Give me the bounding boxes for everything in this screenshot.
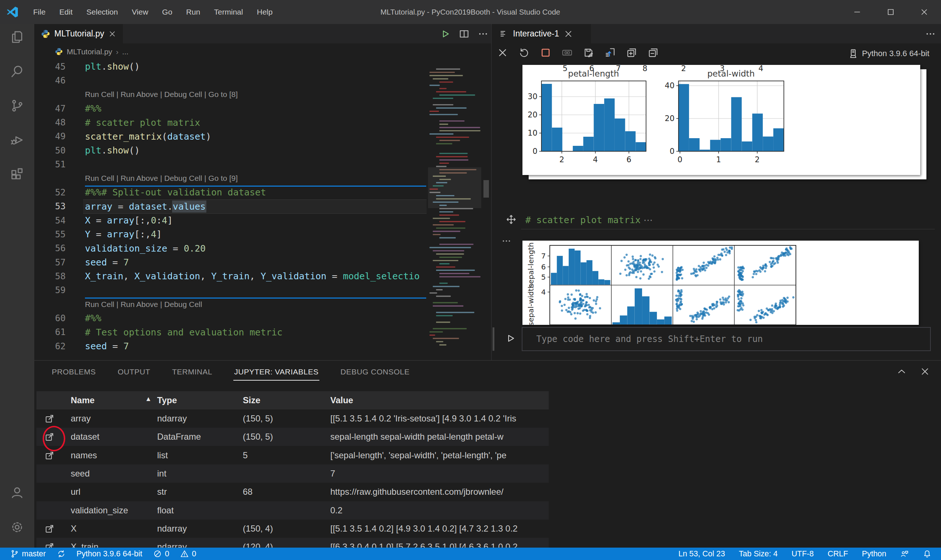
panel-tab-output[interactable]: OUTPUT xyxy=(117,362,151,382)
col-value[interactable]: Value xyxy=(330,395,546,405)
code-line-46[interactable]: 46 xyxy=(34,74,492,88)
col-name[interactable]: Name xyxy=(71,395,94,405)
chevron-up-icon[interactable] xyxy=(896,366,907,377)
split-editor-icon[interactable] xyxy=(459,28,470,39)
run-prompt-icon[interactable] xyxy=(505,333,516,344)
expand-all-icon[interactable] xyxy=(626,47,637,58)
tab-interactive-1[interactable]: Interactive-1 xyxy=(492,24,591,43)
cell-more-icon[interactable] xyxy=(501,236,512,246)
interactive-cell-header[interactable]: # scatter plot matrix ⋯ xyxy=(525,215,653,225)
status-master[interactable]: master xyxy=(10,549,46,558)
drag-cell-icon[interactable] xyxy=(506,214,517,225)
close-icon[interactable] xyxy=(108,30,116,38)
menu-file[interactable]: File xyxy=(26,8,52,16)
code-input[interactable]: Type code here and press Shift+Enter to … xyxy=(522,327,931,351)
restart-icon[interactable] xyxy=(518,47,530,58)
panel-tab-problems[interactable]: PROBLEMS xyxy=(51,362,97,382)
panel-tab-terminal[interactable]: TERMINAL xyxy=(171,362,213,382)
variable-row-url[interactable]: urlstr68https://raw.githubusercontent.co… xyxy=(37,483,549,501)
variable-row-seed[interactable]: seedint7 xyxy=(37,465,549,483)
code-line-55[interactable]: 55Y = array[:,4] xyxy=(34,227,492,242)
code-line-52[interactable]: 52#%%# Split-out validation dataset xyxy=(34,185,492,199)
menu-selection[interactable]: Selection xyxy=(80,8,125,16)
code-line-58[interactable]: 58X_train, X_validation, Y_train, Y_vali… xyxy=(34,269,492,283)
variable-row-X_train[interactable]: X_trainndarray(120, 4)[[6.3 3.0 4.0 1.0]… xyxy=(37,538,549,548)
codelens-row[interactable]: Run Cell | Run Above | Debug Cell | Go t… xyxy=(34,171,492,186)
status-utf-8[interactable]: UTF-8 xyxy=(792,549,814,558)
menu-view[interactable]: View xyxy=(125,8,155,16)
status-sync[interactable] xyxy=(57,549,66,558)
code-line-49[interactable]: 49scatter_matrix(dataset) xyxy=(34,129,492,144)
codelens-row[interactable]: Run Cell | Run Above | Debug Cell | Go t… xyxy=(34,88,492,102)
status-0[interactable]: 0 xyxy=(180,549,196,558)
code-line-54[interactable]: 54X = array[:,0:4] xyxy=(34,213,492,228)
editor-scrollbar[interactable] xyxy=(483,180,489,198)
code-line-48[interactable]: 48# scatter plot matrix xyxy=(34,115,492,130)
breadcrumb-more[interactable]: ... xyxy=(122,48,129,56)
status-python[interactable]: Python xyxy=(862,549,886,558)
save-icon[interactable] xyxy=(583,47,594,58)
export-script-icon[interactable] xyxy=(604,47,616,58)
code-line-50[interactable]: 50plt.show() xyxy=(34,143,492,157)
variables-header[interactable]: Name ▲ Type Size Value xyxy=(37,391,549,409)
more-icon[interactable] xyxy=(478,28,489,39)
activity-account-icon[interactable] xyxy=(10,485,25,500)
status-bell[interactable] xyxy=(923,549,932,558)
collapsed-ellipsis[interactable]: ⋯ xyxy=(644,215,653,225)
activity-source-control-icon[interactable] xyxy=(10,98,25,113)
variable-row-validation_size[interactable]: validation_sizefloat0.2 xyxy=(37,501,549,520)
menu-go[interactable]: Go xyxy=(155,8,179,16)
interactive-scrollbar[interactable] xyxy=(492,328,494,351)
panel-tab-jupyter-variables[interactable]: JUPYTER: VARIABLES xyxy=(233,362,319,382)
status-ln-53-col-23[interactable]: Ln 53, Col 23 xyxy=(678,549,725,558)
code-line-51[interactable]: 51 xyxy=(34,157,492,172)
open-viewer-icon[interactable] xyxy=(45,542,55,548)
code-line-53[interactable]: 53array = dataset.values xyxy=(34,199,492,214)
breadcrumb-file[interactable]: MLTutorial.py xyxy=(67,48,112,56)
menu-edit[interactable]: Edit xyxy=(52,8,80,16)
code-line-45[interactable]: 45plt.show() xyxy=(34,60,492,74)
activity-settings-icon[interactable] xyxy=(10,520,25,534)
collapse-all-icon[interactable] xyxy=(647,47,659,58)
close-icon[interactable] xyxy=(564,29,573,38)
variable-row-X[interactable]: Xndarray(150, 4)[[5.1 3.5 1.4 0.2] [4.9 … xyxy=(37,520,549,538)
col-type[interactable]: Type xyxy=(157,395,177,405)
kernel-status[interactable]: Python 3.9.6 64-bit xyxy=(848,48,929,59)
status-crlf[interactable]: CRLF xyxy=(827,549,848,558)
interrupt-icon[interactable] xyxy=(540,47,551,58)
variable-row-dataset[interactable]: datasetDataFrame(150, 5)sepal-length sep… xyxy=(37,428,549,446)
status-python-3-9-6-64-bit[interactable]: Python 3.9.6 64-bit xyxy=(77,549,142,558)
variable-row-array[interactable]: arrayndarray(150, 5)[[5.1 3.5 1.4 0.2 'I… xyxy=(37,409,549,428)
more-actions-icon[interactable] xyxy=(925,28,936,39)
code-line-61[interactable]: 61# Test options and evaluation metric xyxy=(34,325,492,339)
activity-explorer-icon[interactable] xyxy=(10,30,25,45)
activity-run-debug-icon[interactable] xyxy=(10,133,25,147)
open-viewer-icon[interactable] xyxy=(45,523,55,534)
code-line-57[interactable]: 57seed = 7 xyxy=(34,255,492,269)
col-size[interactable]: Size xyxy=(243,395,260,405)
tab-mltutorial[interactable]: MLTutorial.py xyxy=(34,24,123,43)
close-icon[interactable] xyxy=(920,366,930,377)
code-line-60[interactable]: 60#%% xyxy=(34,311,492,325)
status-feedback[interactable] xyxy=(900,549,909,558)
open-viewer-icon[interactable] xyxy=(45,450,55,460)
code-line-56[interactable]: 56validation_size = 0.20 xyxy=(34,242,492,255)
clear-icon[interactable] xyxy=(497,47,508,58)
minimize-button[interactable] xyxy=(840,0,874,24)
variable-row-names[interactable]: nameslist5['sepal-length', 'sepal-width'… xyxy=(37,446,549,465)
menu-run[interactable]: Run xyxy=(179,8,208,16)
maximize-button[interactable] xyxy=(874,0,907,24)
status-0[interactable]: 0 xyxy=(153,549,169,558)
run-icon[interactable] xyxy=(440,28,451,39)
codelens-row[interactable]: Run Cell | Run Above | Debug Cell xyxy=(34,297,492,311)
close-button[interactable] xyxy=(907,0,941,24)
code-line-59[interactable]: 59 xyxy=(34,283,492,297)
activity-extensions-icon[interactable] xyxy=(10,167,25,182)
code-line-62[interactable]: 62seed = 7 xyxy=(34,339,492,353)
variables-icon[interactable] xyxy=(561,47,573,58)
status-tab-size-4[interactable]: Tab Size: 4 xyxy=(739,549,778,558)
minimap[interactable] xyxy=(428,60,481,351)
breadcrumb[interactable]: MLTutorial.py › ... xyxy=(34,43,492,60)
open-viewer-icon[interactable] xyxy=(45,414,55,424)
code-line-47[interactable]: 47#%% xyxy=(34,102,492,115)
